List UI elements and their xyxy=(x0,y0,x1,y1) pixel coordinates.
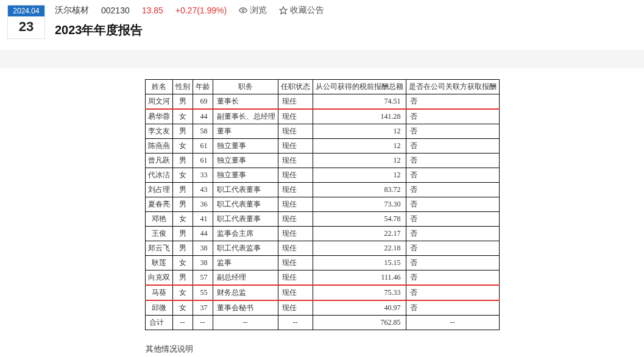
cell-pay: 12 xyxy=(313,139,406,154)
col-gender: 性别 xyxy=(172,80,193,94)
cell-status: 现任 xyxy=(278,168,313,183)
cell-pay: 15.15 xyxy=(313,256,406,270)
table-row: 易华蓉女44副董事长、总经理现任141.28否 xyxy=(145,109,499,124)
view-label: 浏览 xyxy=(250,5,267,16)
table-row: 郑云飞男38职工代表监事现任22.18否 xyxy=(145,241,499,256)
cell-age: 37 xyxy=(193,300,213,316)
cell-status: 现任 xyxy=(278,300,313,316)
view-link[interactable]: 浏览 xyxy=(239,5,267,16)
cell-name: 刘占理 xyxy=(145,183,172,197)
cell-gender: 男 xyxy=(172,124,193,139)
cell-age: 41 xyxy=(193,212,213,227)
cell-name: 耿莲 xyxy=(145,256,172,270)
table-row: 耿莲女38监事现任15.15否 xyxy=(145,256,499,270)
table-row: 周文河男69董事长现任74.51否 xyxy=(145,94,499,110)
cell-title: 独立董事 xyxy=(213,168,278,183)
cell-title: 董事长 xyxy=(213,94,278,110)
total-dash: -- xyxy=(406,316,499,330)
cell-pay: 111.46 xyxy=(313,270,406,286)
cell-pay: 40.97 xyxy=(313,300,406,316)
cell-pay: 74.51 xyxy=(313,94,406,110)
table-row: 曾凡跃男61独立董事现任12否 xyxy=(145,154,499,168)
favorite-label: 收藏公告 xyxy=(290,5,324,16)
cell-pay: 12 xyxy=(313,154,406,168)
cell-name: 向克双 xyxy=(145,270,172,286)
cell-age: 33 xyxy=(193,168,213,183)
cell-title: 职工代表董事 xyxy=(213,197,278,212)
total-dash: -- xyxy=(278,316,313,330)
total-label: 合计 xyxy=(145,316,172,330)
cell-related: 否 xyxy=(406,139,499,154)
other-note: 其他情况说明 xyxy=(109,344,536,355)
cell-status: 现任 xyxy=(278,197,313,212)
cell-pay: 12 xyxy=(313,124,406,139)
cell-gender: 女 xyxy=(172,109,193,124)
cell-pay: 141.28 xyxy=(313,109,406,124)
cell-name: 夏春亮 xyxy=(145,197,172,212)
cell-gender: 女 xyxy=(172,300,193,316)
cell-name: 郑云飞 xyxy=(145,241,172,256)
cell-status: 现任 xyxy=(278,285,313,300)
executive-table: 姓名 性别 年龄 职务 任职状态 从公司获得的税前报酬总额 是否在公司关联方获取… xyxy=(145,79,500,330)
cell-gender: 女 xyxy=(172,212,193,227)
cell-pay: 12 xyxy=(313,168,406,183)
cell-name: 邓艳 xyxy=(145,212,172,227)
cell-status: 现任 xyxy=(278,241,313,256)
cell-status: 现任 xyxy=(278,154,313,168)
stock-name[interactable]: 沃尔核材 xyxy=(55,5,89,16)
cell-pay: 83.72 xyxy=(313,183,406,197)
cell-related: 否 xyxy=(406,241,499,256)
cell-status: 现任 xyxy=(278,227,313,241)
cell-status: 现任 xyxy=(278,270,313,286)
cell-related: 否 xyxy=(406,212,499,227)
cell-related: 否 xyxy=(406,197,499,212)
favorite-link[interactable]: 收藏公告 xyxy=(279,5,324,16)
table-row: 向克双男57副总经理现任111.46否 xyxy=(145,270,499,286)
col-title: 职务 xyxy=(213,80,278,94)
cell-title: 职工代表董事 xyxy=(213,183,278,197)
cell-pay: 73.30 xyxy=(313,197,406,212)
cell-related: 否 xyxy=(406,168,499,183)
stock-line: 沃尔核材 002130 13.85 +0.27(1.99%) 浏览 收藏公告 xyxy=(55,5,637,16)
cell-related: 否 xyxy=(406,270,499,286)
cell-gender: 男 xyxy=(172,227,193,241)
cell-status: 现任 xyxy=(278,94,313,110)
cell-age: 43 xyxy=(193,183,213,197)
cell-related: 否 xyxy=(406,285,499,300)
cell-related: 否 xyxy=(406,300,499,316)
table-row: 夏春亮男36职工代表董事现任73.30否 xyxy=(145,197,499,212)
col-related: 是否在公司关联方获取报酬 xyxy=(406,80,499,94)
cell-related: 否 xyxy=(406,183,499,197)
cell-name: 王俊 xyxy=(145,227,172,241)
report-title: 2023年年度报告 xyxy=(55,22,637,38)
table-row: 王俊男44监事会主席现任22.17否 xyxy=(145,227,499,241)
cell-related: 否 xyxy=(406,109,499,124)
total-dash: -- xyxy=(172,316,193,330)
cell-age: 55 xyxy=(193,285,213,300)
cell-gender: 女 xyxy=(172,168,193,183)
cell-title: 董事 xyxy=(213,124,278,139)
cell-pay: 54.78 xyxy=(313,212,406,227)
stock-price: 13.85 xyxy=(142,5,163,15)
cell-age: 44 xyxy=(193,109,213,124)
cell-name: 陈燕燕 xyxy=(145,139,172,154)
cell-pay: 22.17 xyxy=(313,227,406,241)
date-year-month: 2024.04 xyxy=(8,5,44,16)
cell-related: 否 xyxy=(406,227,499,241)
eye-icon xyxy=(239,6,247,15)
cell-gender: 男 xyxy=(172,270,193,286)
cell-age: 61 xyxy=(193,139,213,154)
cell-title: 副董事长、总经理 xyxy=(213,109,278,124)
cell-title: 监事会主席 xyxy=(213,227,278,241)
cell-related: 否 xyxy=(406,256,499,270)
cell-status: 现任 xyxy=(278,256,313,270)
cell-status: 现任 xyxy=(278,109,313,124)
cell-name: 代冰洁 xyxy=(145,168,172,183)
stock-change: +0.27(1.99%) xyxy=(175,5,227,15)
section-gap xyxy=(0,50,644,68)
cell-name: 易华蓉 xyxy=(145,109,172,124)
cell-title: 职工代表董事 xyxy=(213,212,278,227)
cell-name: 周文河 xyxy=(145,94,172,110)
svg-marker-1 xyxy=(280,7,287,14)
table-row: 邱微女37董事会秘书现任40.97否 xyxy=(145,300,499,316)
